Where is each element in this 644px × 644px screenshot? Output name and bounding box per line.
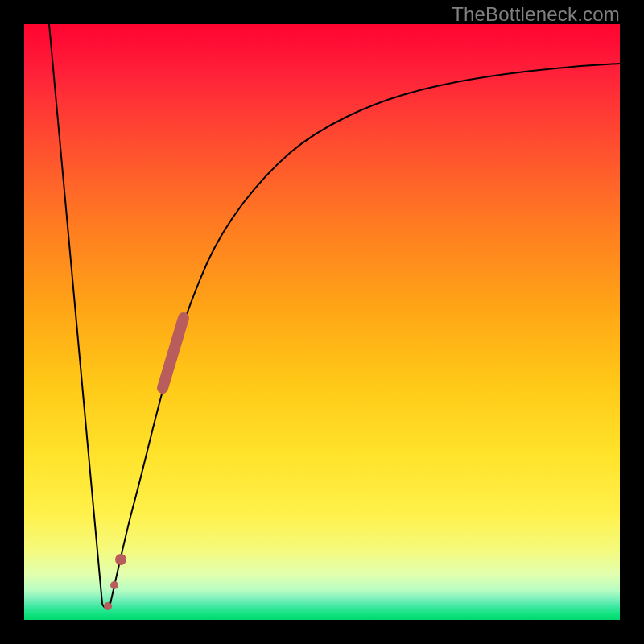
bottleneck-curve [49, 24, 620, 608]
plot-area [24, 24, 620, 620]
thick-highlight-segment [163, 318, 184, 388]
curve-svg [24, 24, 620, 620]
watermark-text: TheBottleneck.com [452, 3, 620, 26]
